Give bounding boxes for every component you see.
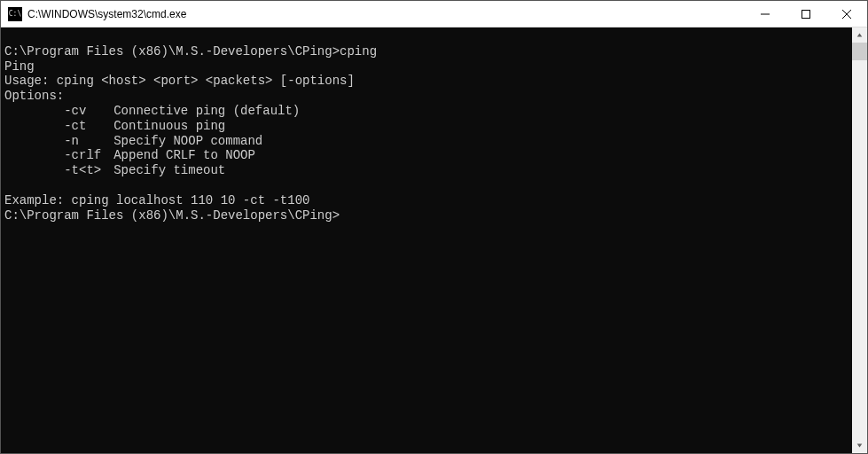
- minimize-button[interactable]: [745, 1, 786, 27]
- scroll-down-button[interactable]: [852, 438, 867, 453]
- terminal-prompt-line: C:\Program Files (x86)\M.S.-Developers\C…: [4, 44, 848, 59]
- cmd-icon: C:\: [8, 7, 22, 21]
- option-desc: Specify timeout: [113, 163, 225, 177]
- terminal-line-example: Example: cping localhost 110 10 -ct -t10…: [4, 193, 848, 208]
- command-text: cping: [340, 44, 377, 59]
- cmd-window: C:\ C:\WINDOWS\system32\cmd.exe C:\Progr…: [0, 0, 868, 454]
- terminal-option-line: -nSpecify NOOP command: [4, 134, 848, 149]
- window-title: C:\WINDOWS\system32\cmd.exe: [27, 8, 745, 20]
- terminal-option-line: -t<t>Specify timeout: [4, 163, 848, 178]
- cmd-icon-text: C:\: [9, 10, 21, 18]
- terminal-prompt-line: C:\Program Files (x86)\M.S.-Developers\C…: [4, 208, 848, 223]
- vertical-scrollbar[interactable]: [852, 27, 867, 453]
- chevron-up-icon: [856, 32, 863, 38]
- content-area: C:\Program Files (x86)\M.S.-Developers\C…: [1, 27, 867, 453]
- terminal-option-line: -cvConnective ping (default): [4, 104, 848, 119]
- option-desc: Connective ping (default): [113, 104, 300, 118]
- window-controls: [745, 1, 867, 27]
- scroll-track[interactable]: [852, 43, 867, 438]
- scroll-thumb[interactable]: [852, 43, 867, 60]
- terminal-blank-line: [4, 178, 848, 193]
- chevron-down-icon: [856, 442, 863, 449]
- option-flag: -ct: [64, 119, 113, 134]
- close-button[interactable]: [826, 1, 867, 27]
- svg-marker-5: [857, 443, 863, 447]
- terminal-output[interactable]: C:\Program Files (x86)\M.S.-Developers\C…: [1, 27, 852, 453]
- option-flag: -crlf: [64, 148, 113, 163]
- svg-marker-4: [857, 33, 863, 36]
- option-flag: -n: [64, 134, 113, 149]
- minimize-icon: [761, 10, 770, 19]
- svg-rect-1: [802, 10, 810, 18]
- option-flag: -cv: [64, 104, 113, 119]
- terminal-blank-line: [4, 29, 848, 44]
- terminal-option-line: -crlfAppend CRLF to NOOP: [4, 148, 848, 163]
- option-desc: Append CRLF to NOOP: [113, 148, 255, 162]
- option-desc: Continuous ping: [113, 119, 225, 133]
- terminal-line-options-header: Options:: [4, 89, 848, 104]
- option-desc: Specify NOOP command: [113, 134, 262, 148]
- option-flag: -t<t>: [64, 163, 113, 178]
- prompt-text: C:\Program Files (x86)\M.S.-Developers\C…: [4, 44, 340, 59]
- maximize-icon: [802, 10, 810, 19]
- maximize-button[interactable]: [786, 1, 826, 27]
- terminal-option-line: -ctContinuous ping: [4, 119, 848, 134]
- scroll-up-button[interactable]: [852, 27, 867, 43]
- terminal-line-usage: Usage: cping <host> <port> <packets> [-o…: [4, 74, 848, 89]
- prompt-text: C:\Program Files (x86)\M.S.-Developers\C…: [4, 208, 340, 223]
- terminal-line-ping: Ping: [4, 59, 848, 74]
- close-icon: [842, 10, 851, 19]
- titlebar: C:\ C:\WINDOWS\system32\cmd.exe: [1, 1, 867, 27]
